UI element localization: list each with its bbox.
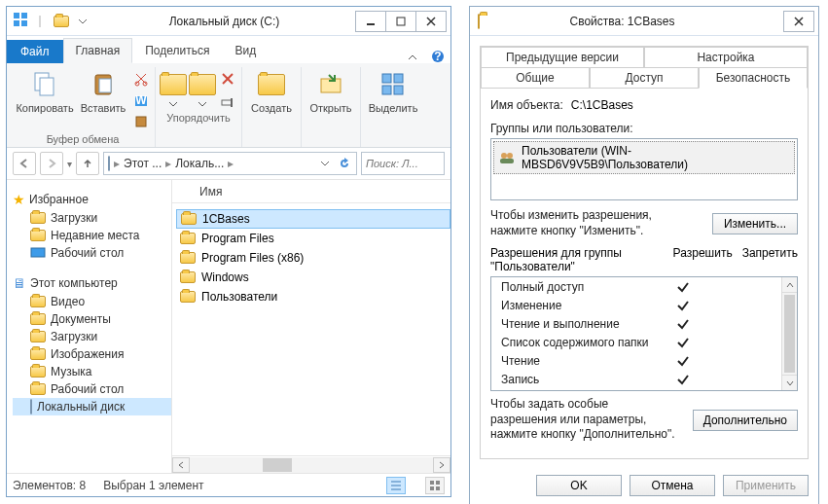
svg-rect-33 xyxy=(430,481,434,485)
cancel-button[interactable]: Отмена xyxy=(630,475,715,496)
svg-rect-26 xyxy=(394,74,403,83)
rename-button[interactable] xyxy=(218,90,237,110)
scroll-down-icon[interactable] xyxy=(782,375,797,390)
address-box[interactable]: ▸ Этот ... ▸ Локаль... ▸ xyxy=(103,152,357,175)
view-large-button[interactable] xyxy=(425,477,445,494)
maximize-button[interactable] xyxy=(385,11,416,32)
new-folder-button[interactable]: Создать xyxy=(246,67,297,116)
tab-customize[interactable]: Настройка xyxy=(644,47,808,68)
svg-rect-6 xyxy=(397,18,405,25)
group-list-item[interactable]: Пользователи (WIN-MBSD6V9V5B9\Пользовате… xyxy=(493,141,795,174)
folder-icon xyxy=(30,296,46,307)
refresh-icon[interactable] xyxy=(337,158,352,169)
search-box[interactable] xyxy=(361,152,445,175)
tab-control: Предыдущие версии Настройка Общие Доступ… xyxy=(480,46,809,459)
permission-row: Изменение xyxy=(491,296,781,314)
file-list[interactable]: 1CBasesProgram FilesProgram Files (x86)W… xyxy=(172,203,450,455)
vscrollbar[interactable] xyxy=(781,277,797,390)
groups-listbox[interactable]: Пользователи (WIN-MBSD6V9V5B9\Пользовате… xyxy=(490,138,798,200)
hscrollbar[interactable] xyxy=(172,455,450,473)
properties-window: Свойства: 1CBases Предыдущие версии Наст… xyxy=(469,6,819,504)
nav-item-pictures[interactable]: Изображения xyxy=(13,345,171,363)
folder-icon xyxy=(30,313,46,325)
svg-rect-0 xyxy=(14,13,19,18)
select-button[interactable]: Выделить xyxy=(365,67,421,116)
copy-button[interactable]: Копировать xyxy=(15,67,75,116)
ribbon-expand-icon[interactable] xyxy=(400,52,425,63)
view-details-button[interactable] xyxy=(386,477,406,494)
tab-general[interactable]: Общие xyxy=(481,67,590,89)
nav-forward-button[interactable] xyxy=(40,152,63,175)
new-folder-icon xyxy=(256,69,287,100)
nav-item-downloads2[interactable]: Загрузки xyxy=(13,328,171,345)
copy-to-button[interactable] xyxy=(189,67,216,110)
svg-rect-25 xyxy=(382,74,391,83)
column-header-name[interactable]: Имя xyxy=(172,180,450,203)
ok-button[interactable]: OK xyxy=(536,475,622,496)
nav-pane: ★Избранное Загрузки Недавние места Рабоч… xyxy=(7,180,172,473)
address-dropdown-icon[interactable] xyxy=(317,159,333,168)
nav-item-desktop2[interactable]: Рабочий стол xyxy=(13,380,171,398)
star-icon: ★ xyxy=(13,192,25,207)
scroll-thumb[interactable] xyxy=(263,458,292,472)
copy-path-button[interactable]: W xyxy=(131,90,151,110)
nav-item-documents[interactable]: Документы xyxy=(13,310,171,328)
nav-item-downloads[interactable]: Загрузки xyxy=(13,209,171,227)
file-row[interactable]: 1CBases xyxy=(176,209,450,229)
tab-sharing[interactable]: Доступ xyxy=(590,67,699,89)
paste-button[interactable]: Вставить xyxy=(77,67,129,116)
scroll-thumb[interactable] xyxy=(784,295,795,373)
scroll-right-icon[interactable] xyxy=(433,457,450,473)
file-row[interactable]: Пользователи xyxy=(176,287,450,306)
open-button[interactable]: Открыть xyxy=(306,67,356,116)
search-input[interactable] xyxy=(366,158,440,169)
window-title: Локальный диск (C:) xyxy=(92,15,356,28)
help-icon[interactable]: ? xyxy=(425,50,450,63)
nav-item-desktop[interactable]: Рабочий стол xyxy=(13,244,171,262)
nav-up-button[interactable] xyxy=(76,152,99,175)
paste-shortcut-button[interactable] xyxy=(131,112,151,131)
explorer-titlebar[interactable]: Локальный диск (C:) xyxy=(7,7,450,36)
file-row[interactable]: Program Files xyxy=(176,229,450,248)
object-name-value: C:\1CBases xyxy=(571,98,633,112)
nav-history-icon[interactable]: ▾ xyxy=(67,159,72,169)
tab-home[interactable]: Главная xyxy=(63,38,133,63)
advanced-button[interactable]: Дополнительно xyxy=(693,410,798,431)
delete-button[interactable] xyxy=(218,69,237,89)
tab-share[interactable]: Поделиться xyxy=(132,38,222,63)
permissions-listbox[interactable]: Полный доступИзменениеЧтение и выполнени… xyxy=(490,276,798,391)
folder-icon xyxy=(180,233,196,244)
svg-text:W: W xyxy=(135,93,147,107)
close-button[interactable] xyxy=(415,11,447,32)
move-to-button[interactable] xyxy=(160,67,187,110)
qat-dropdown-icon[interactable] xyxy=(73,12,92,31)
nav-back-button[interactable] xyxy=(13,152,36,175)
nav-item-recent[interactable]: Недавние места xyxy=(13,227,171,244)
apply-button[interactable]: Применить xyxy=(723,475,809,496)
nav-item-music[interactable]: Музыка xyxy=(13,363,171,380)
folder-icon xyxy=(181,213,197,225)
nav-item-videos[interactable]: Видео xyxy=(13,293,171,310)
nav-thispc[interactable]: 🖥Этот компьютер xyxy=(13,273,171,293)
nav-favorites[interactable]: ★Избранное xyxy=(13,190,171,209)
minimize-button[interactable] xyxy=(355,11,386,32)
qat-folder-icon[interactable] xyxy=(52,12,71,31)
copy-icon xyxy=(29,69,60,100)
nav-item-localdisk[interactable]: Локальный диск xyxy=(13,398,171,415)
props-close-button[interactable] xyxy=(783,11,814,32)
cut-button[interactable] xyxy=(131,69,151,89)
scroll-left-icon[interactable] xyxy=(172,457,190,473)
scroll-up-icon[interactable] xyxy=(782,277,797,293)
tab-view[interactable]: Вид xyxy=(222,38,269,63)
file-row[interactable]: Windows xyxy=(176,268,450,287)
props-titlebar[interactable]: Свойства: 1CBases xyxy=(470,7,818,36)
svg-rect-34 xyxy=(436,481,440,485)
folder-icon xyxy=(30,366,46,378)
file-row[interactable]: Program Files (x86) xyxy=(176,248,450,268)
allow-cell xyxy=(676,299,729,312)
edit-button[interactable]: Изменить... xyxy=(712,213,798,234)
tab-previous-versions[interactable]: Предыдущие версии xyxy=(481,47,644,68)
folder-icon xyxy=(474,15,480,28)
tab-security[interactable]: Безопасность xyxy=(699,67,808,89)
tab-file[interactable]: Файл xyxy=(7,40,63,63)
